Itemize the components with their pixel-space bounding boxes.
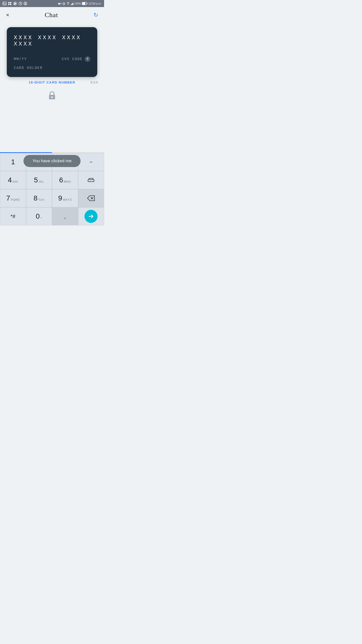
key-4[interactable]: 4 GHI xyxy=(0,171,26,189)
svg-rect-28 xyxy=(52,97,53,98)
key-dash[interactable]: − xyxy=(78,153,104,171)
signal-icon xyxy=(71,2,74,5)
key-5[interactable]: 5 JKL xyxy=(26,171,52,189)
lock-icon xyxy=(48,91,56,100)
card-number-field-label[interactable]: 16-DIGIT CARD NUMBER xyxy=(29,80,75,84)
app-icon xyxy=(8,2,12,5)
space-icon xyxy=(87,178,95,182)
cvv-row: CVV CODE ? xyxy=(62,56,90,62)
svg-rect-25 xyxy=(87,3,87,4)
close-button[interactable]: × xyxy=(4,10,11,20)
time-display: 12:50 p.m. xyxy=(88,2,102,5)
svg-rect-21 xyxy=(73,3,74,5)
field-labels-row: 16-DIGIT CARD NUMBER EXP. xyxy=(5,80,99,84)
svg-point-17 xyxy=(68,4,69,5)
status-icons: ₿ xyxy=(3,2,27,5)
lock-area xyxy=(48,86,56,102)
svg-rect-3 xyxy=(10,2,11,3)
svg-rect-18 xyxy=(71,4,72,5)
svg-point-1 xyxy=(4,3,4,4)
key-0[interactable]: 0 + xyxy=(26,207,52,225)
refresh-button[interactable]: ↻ xyxy=(92,10,100,20)
timer-icon xyxy=(19,2,22,5)
svg-rect-24 xyxy=(82,3,85,5)
key-1[interactable]: 1 xyxy=(0,153,26,171)
card-middle-row: MM/YY CVV CODE ? xyxy=(14,56,90,62)
key-enter[interactable] xyxy=(78,207,104,225)
svg-rect-22 xyxy=(74,2,74,5)
app-bar: × Chat ↻ xyxy=(0,7,104,23)
key-backspace[interactable] xyxy=(78,189,104,207)
status-right: 83% 12:50 p.m. xyxy=(58,2,102,5)
bitcoin-icon: ₿ xyxy=(24,2,27,5)
whatsapp-icon xyxy=(13,2,17,5)
enter-icon xyxy=(88,214,94,219)
key-7[interactable]: 7 PQRS xyxy=(0,189,26,207)
key-space[interactable] xyxy=(78,171,104,189)
svg-rect-4 xyxy=(8,4,10,5)
svg-rect-19 xyxy=(72,4,72,5)
battery-icon xyxy=(82,2,87,5)
keyboard-grid: 1 2 ABC 3 DEF − 4 GHI xyxy=(0,153,104,225)
cvv-help-icon[interactable]: ? xyxy=(85,56,90,62)
expiry-field-label: EXP. xyxy=(90,80,99,84)
card-holder-row: CARD HOLDER xyxy=(14,65,90,70)
card-number-placeholder: XXXX XXXX XXXX XXXX xyxy=(14,35,90,47)
gallery-icon xyxy=(3,2,7,5)
expiry-label: MM/YY xyxy=(14,57,27,61)
svg-rect-5 xyxy=(10,4,11,5)
key-6[interactable]: 6 MNO xyxy=(52,171,78,189)
svg-rect-2 xyxy=(8,2,10,3)
svg-text:₿: ₿ xyxy=(25,2,26,5)
main-content: XXXX XXXX XXXX XXXX MM/YY CVV CODE ? CAR… xyxy=(0,23,104,152)
wifi-icon xyxy=(66,2,70,5)
card-holder-label: CARD HOLDER xyxy=(14,66,42,70)
alarm-icon xyxy=(62,2,65,5)
credit-card: XXXX XXXX XXXX XXXX MM/YY CVV CODE ? CAR… xyxy=(7,27,97,77)
cvv-label: CVV CODE xyxy=(62,57,83,61)
app-bar-title: Chat xyxy=(45,11,58,19)
key-2[interactable]: 2 ABC xyxy=(26,153,52,171)
key-3[interactable]: 3 DEF xyxy=(52,153,78,171)
mute-icon xyxy=(58,2,61,5)
status-bar: ₿ 83% 12:50 p.m. xyxy=(0,0,104,7)
key-8[interactable]: 8 TUV xyxy=(26,189,52,207)
backspace-icon xyxy=(87,195,95,201)
key-9[interactable]: 9 WXYZ xyxy=(52,189,78,207)
key-star-hash[interactable]: *# xyxy=(0,207,26,225)
svg-rect-29 xyxy=(88,180,94,182)
key-dot[interactable]: . xyxy=(52,207,78,225)
keyboard: 1 2 ABC 3 DEF − 4 GHI xyxy=(0,153,104,225)
svg-rect-0 xyxy=(3,2,6,5)
svg-rect-20 xyxy=(72,3,73,5)
battery-level: 83% xyxy=(75,2,81,5)
